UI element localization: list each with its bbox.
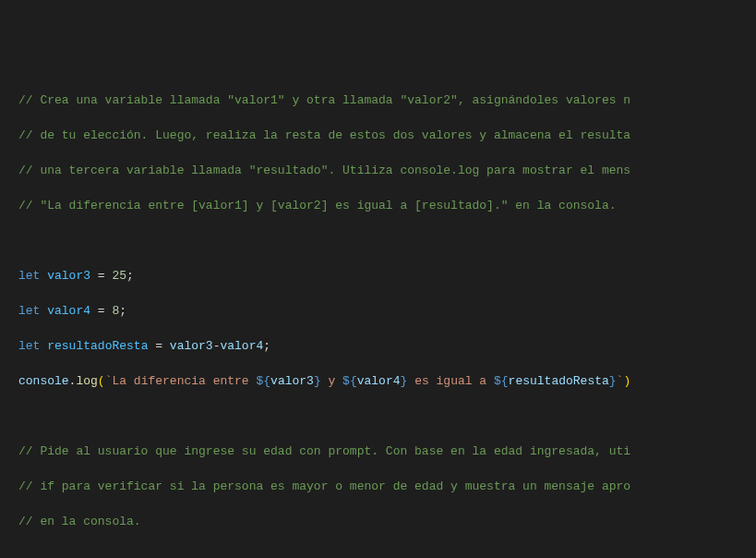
variable: valor4 <box>357 374 401 388</box>
console: console <box>18 374 69 388</box>
code-editor[interactable]: // Crea una variable llamada "valor1" y … <box>0 74 756 558</box>
code-line: // "La diferencia entre [valor1] y [valo… <box>0 197 756 214</box>
variable: valor3 <box>270 374 314 388</box>
number: 25 <box>112 269 126 283</box>
code-line: // una tercera variable llamada "resulta… <box>0 162 756 179</box>
keyword-let: let <box>18 304 40 318</box>
func-log: log <box>76 374 97 388</box>
operator: = <box>90 269 112 283</box>
tpl-open: ${ <box>342 374 357 388</box>
comment: // if para verificar si la persona es ma… <box>18 479 630 493</box>
code-line: let valor3 = 25; <box>0 267 756 285</box>
punct: ; <box>263 339 270 353</box>
operator: = <box>90 304 112 318</box>
code-line <box>0 407 756 425</box>
code-line: // Pide al usuario que ingrese su edad c… <box>0 443 756 460</box>
code-line: // Crea una variable llamada "valor1" y … <box>0 91 756 109</box>
variable: valor4 <box>220 339 263 353</box>
code-line: // en la consola. <box>0 513 756 530</box>
variable: resultadoResta <box>509 374 609 388</box>
code-line: // de tu elección. Luego, realiza la res… <box>0 127 756 144</box>
code-line: let valor4 = 8; <box>0 302 756 320</box>
keyword-let: let <box>18 269 40 283</box>
variable: valor3 <box>170 339 213 353</box>
code-line <box>0 548 756 558</box>
string: `La diferencia entre <box>105 374 257 388</box>
punct: ; <box>126 269 134 283</box>
code-line: // if para verificar si la persona es ma… <box>0 478 756 495</box>
tpl-close: } <box>314 374 321 388</box>
comment: // Crea una variable llamada "valor1" y … <box>18 93 630 107</box>
operator: = <box>148 339 169 353</box>
tpl-close: } <box>609 374 617 388</box>
punct: ; <box>119 304 126 318</box>
comment: // de tu elección. Luego, realiza la res… <box>18 128 630 142</box>
comment: // "La diferencia entre [valor1] y [valo… <box>18 199 617 212</box>
variable: resultadoResta <box>47 339 148 353</box>
comment: // en la consola. <box>18 515 141 528</box>
code-line: console.log(`La diferencia entre ${valor… <box>0 372 756 390</box>
paren: ) <box>623 374 630 388</box>
string: es igual a <box>407 374 494 388</box>
keyword-let: let <box>18 339 40 353</box>
comment: // Pide al usuario que ingrese su edad c… <box>18 444 630 458</box>
code-line <box>0 232 756 249</box>
tpl-open: ${ <box>256 374 270 388</box>
comment: // una tercera variable llamada "resulta… <box>18 164 630 177</box>
tpl-open: ${ <box>494 374 509 388</box>
string: y <box>321 374 342 388</box>
code-line: let resultadoResta = valor3-valor4; <box>0 337 756 355</box>
variable: valor4 <box>47 304 90 318</box>
variable: valor3 <box>47 269 90 283</box>
paren: ( <box>98 374 105 388</box>
